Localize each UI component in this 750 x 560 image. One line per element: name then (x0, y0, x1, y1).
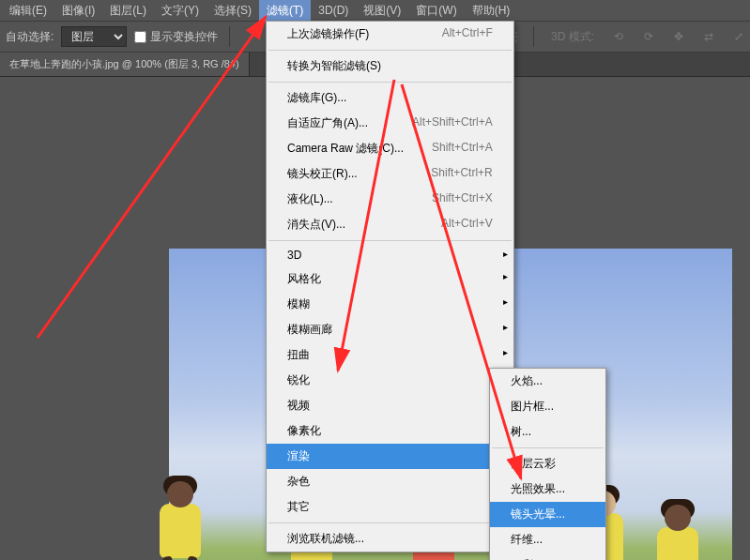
show-transform-checkbox[interactable]: 显示变换控件 (134, 29, 218, 45)
menu-3d[interactable]: 3D(D) (311, 1, 356, 20)
menu-vanishing-point[interactable]: 消失点(V)...Alt+Ctrl+V (267, 212, 513, 237)
menu-type[interactable]: 文字(Y) (154, 0, 207, 22)
3d-pan-icon[interactable]: ✥ (667, 26, 690, 47)
menu-camera-raw[interactable]: Camera Raw 滤镜(C)...Shift+Ctrl+A (267, 136, 513, 161)
menu-liquify[interactable]: 液化(L)...Shift+Ctrl+X (267, 187, 513, 212)
menu-view[interactable]: 视图(V) (356, 0, 408, 22)
3d-roll-icon[interactable]: ⟳ (637, 26, 660, 47)
menu-blur-gallery[interactable]: 模糊画廊 (267, 317, 513, 342)
menu-other[interactable]: 其它 (267, 494, 513, 520)
show-transform-input[interactable] (134, 31, 146, 43)
menu-pixelate[interactable]: 像素化 (267, 418, 513, 444)
menu-convert-smart[interactable]: 转换为智能滤镜(S) (267, 53, 513, 79)
menu-window[interactable]: 窗口(W) (408, 0, 464, 22)
menu-video[interactable]: 视频 (267, 393, 513, 418)
menu-select[interactable]: 选择(S) (207, 0, 259, 22)
menu-layer[interactable]: 图层(L) (102, 0, 154, 22)
menu-bar: 编辑(E) 图像(I) 图层(L) 文字(Y) 选择(S) 滤镜(T) 3D(D… (0, 0, 750, 21)
separator (533, 26, 534, 47)
3d-slide-icon[interactable]: ⇄ (697, 26, 720, 47)
menu-help[interactable]: 帮助(H) (465, 0, 518, 22)
menu-noise[interactable]: 杂色 (267, 469, 513, 494)
auto-select-label: 自动选择: (6, 29, 54, 45)
show-transform-label: 显示变换控件 (150, 29, 218, 45)
menu-filter-gallery[interactable]: 滤镜库(G)... (267, 85, 513, 111)
submenu-fibers[interactable]: 纤维... (490, 527, 605, 552)
menu-last-filter[interactable]: 上次滤镜操作(F)Alt+Ctrl+F (267, 22, 513, 47)
submenu-tree[interactable]: 树... (490, 419, 605, 445)
menu-distort[interactable]: 扭曲 (267, 342, 513, 368)
submenu-lighting-effects[interactable]: 光照效果... (490, 477, 605, 502)
menu-adaptive-wide[interactable]: 自适应广角(A)...Alt+Shift+Ctrl+A (267, 111, 513, 136)
image-content (160, 504, 201, 558)
menu-stylize[interactable]: 风格化 (267, 266, 513, 292)
menu-render[interactable]: 渲染 (267, 444, 513, 469)
3d-orbit-icon[interactable]: ⟲ (607, 26, 630, 47)
image-content (657, 527, 698, 560)
menu-filter[interactable]: 滤镜(T) (259, 0, 311, 22)
3d-mode-label: 3D 模式: (545, 29, 600, 45)
menu-image[interactable]: 图像(I) (54, 0, 102, 22)
layer-select[interactable]: 图层 (61, 26, 127, 47)
menu-3d-sub[interactable]: 3D (267, 244, 513, 266)
submenu-lens-flare[interactable]: 镜头光晕... (490, 502, 605, 527)
menu-browse-online[interactable]: 浏览联机滤镜... (267, 526, 513, 552)
submenu-difference-clouds[interactable]: 分层云彩 (490, 451, 605, 477)
3d-scale-icon[interactable]: ⤢ (727, 26, 750, 47)
submenu-clouds[interactable]: 云彩 (490, 552, 605, 560)
menu-sharpen[interactable]: 锐化 (267, 368, 513, 393)
render-submenu: 火焰... 图片框... 树... 分层云彩 光照效果... 镜头光晕... 纤… (489, 368, 606, 560)
menu-blur[interactable]: 模糊 (267, 292, 513, 317)
document-tab[interactable]: 在草地上奔跑的小孩.jpg @ 100% (图层 3, RG /8#) (0, 53, 250, 76)
filter-dropdown-menu: 上次滤镜操作(F)Alt+Ctrl+F 转换为智能滤镜(S) 滤镜库(G)...… (266, 21, 514, 552)
menu-lens-correction[interactable]: 镜头校正(R)...Shift+Ctrl+R (267, 161, 513, 187)
separator (229, 26, 230, 47)
submenu-flame[interactable]: 火焰... (490, 369, 605, 394)
submenu-picture-frame[interactable]: 图片框... (490, 394, 605, 419)
menu-edit[interactable]: 编辑(E) (2, 0, 54, 22)
